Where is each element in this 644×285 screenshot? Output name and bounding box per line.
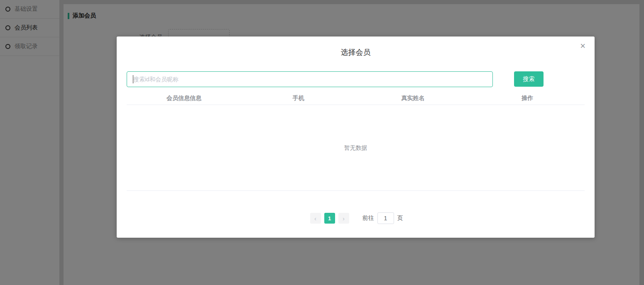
page-number-button[interactable]: 1 [324, 213, 335, 224]
empty-state-text: 暂无数据 [344, 144, 367, 152]
search-input-wrap [127, 71, 493, 87]
goto-page-group: 前往 页 [362, 212, 403, 224]
goto-unit-label: 页 [397, 214, 403, 222]
column-header-phone: 手机 [241, 92, 356, 105]
goto-page-input[interactable] [377, 212, 394, 224]
column-header-actions: 操作 [470, 92, 585, 105]
select-member-dialog: × 选择会员 搜索 会员信息信息 手机 真实姓名 操作 暂无数据 ‹ 1 › 前… [117, 37, 595, 238]
goto-label: 前往 [362, 214, 374, 222]
chevron-left-icon[interactable]: ‹ [310, 213, 321, 224]
column-header-member-info: 会员信息信息 [127, 92, 241, 105]
chevron-right-icon[interactable]: › [338, 213, 349, 224]
search-input[interactable] [127, 71, 493, 87]
table-empty-body: 暂无数据 [127, 105, 585, 191]
table-header-row: 会员信息信息 手机 真实姓名 操作 [127, 92, 585, 105]
text-caret [133, 75, 133, 83]
pagination: ‹ 1 › 前往 页 [117, 212, 595, 224]
column-header-real-name: 真实姓名 [356, 92, 470, 105]
dialog-title: 选择会员 [117, 47, 595, 57]
search-row: 搜索 [127, 71, 585, 87]
search-button[interactable]: 搜索 [514, 71, 544, 87]
